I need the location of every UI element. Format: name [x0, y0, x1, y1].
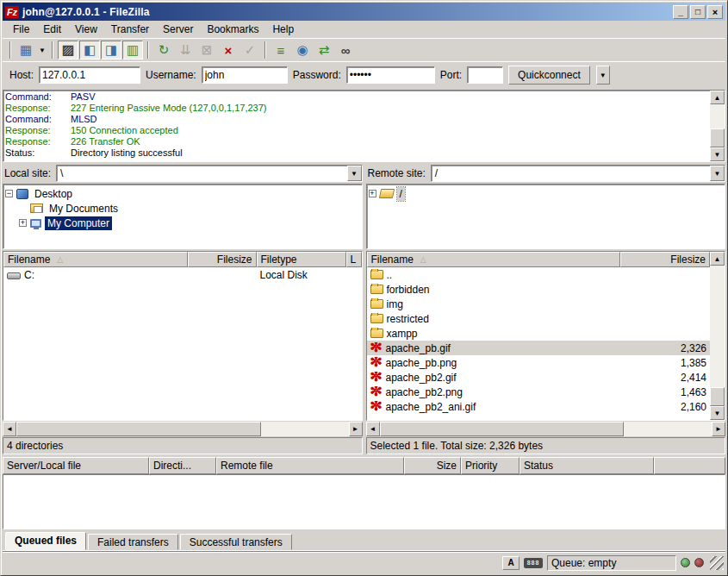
scrollbar-thumb[interactable]	[710, 128, 725, 147]
quickconnect-dropdown-icon[interactable]: ▼	[596, 66, 610, 85]
scroll-right-icon[interactable]: ►	[349, 422, 363, 436]
remote-row-file[interactable]: ✼apache_pb2_ani.gif 2,160	[367, 399, 711, 414]
local-row-c-drive[interactable]: C: Local Disk	[3, 267, 362, 282]
scrollbar-thumb[interactable]	[380, 422, 625, 436]
column-header-size[interactable]: Size	[404, 457, 461, 474]
remote-row-file[interactable]: ✼apache_pb2.png 1,463	[367, 385, 711, 399]
scroll-left-icon[interactable]: ◄	[366, 422, 380, 436]
menu-file[interactable]: File	[6, 22, 36, 37]
host-input[interactable]	[39, 66, 140, 84]
remote-hscrollbar[interactable]: ◄ ►	[366, 422, 726, 436]
compare-icon[interactable]: ◉	[292, 41, 313, 59]
menu-view[interactable]: View	[68, 22, 104, 37]
host-label: Host:	[9, 69, 34, 81]
column-header-filename[interactable]: Filename △	[367, 252, 621, 267]
remote-row-folder[interactable]: restricted	[367, 311, 711, 326]
password-input[interactable]	[346, 66, 435, 84]
menu-bookmarks[interactable]: Bookmarks	[200, 22, 265, 37]
scroll-up-icon[interactable]: ▲	[710, 91, 725, 104]
reconnect-icon[interactable]: ✓	[240, 41, 260, 59]
scroll-right-icon[interactable]: ►	[712, 422, 725, 436]
remote-row-folder[interactable]: ..	[367, 267, 711, 282]
chevron-down-icon[interactable]: ▼	[710, 166, 725, 181]
port-input[interactable]	[467, 66, 503, 84]
resize-grip[interactable]	[710, 556, 724, 570]
toggle-queue-icon[interactable]: ▥	[122, 41, 143, 59]
column-header-priority[interactable]: Priority	[461, 457, 520, 474]
cancel-icon[interactable]: ⊠	[196, 41, 217, 59]
scroll-down-icon[interactable]: ▼	[710, 147, 725, 161]
refresh-icon[interactable]: ↻	[153, 41, 174, 59]
quickconnect-button[interactable]: Quickconnect	[508, 66, 590, 85]
menu-transfer[interactable]: Transfer	[104, 22, 156, 37]
column-header-server-local-file[interactable]: Server/Local file	[3, 457, 149, 474]
column-header-status[interactable]: Status	[520, 457, 654, 474]
local-hscrollbar[interactable]: ◄ ►	[3, 422, 363, 436]
scrollbar-thumb[interactable]	[710, 387, 725, 406]
tab-failed-transfers[interactable]: Failed transfers	[88, 534, 178, 550]
menu-help[interactable]: Help	[265, 22, 301, 37]
column-header-filesize[interactable]: Filesize	[188, 252, 257, 267]
chevron-down-icon[interactable]: ▼	[347, 166, 362, 181]
filter-icon[interactable]: ≡	[271, 41, 291, 59]
site-manager-icon[interactable]: ▦	[16, 41, 36, 59]
remote-row-file-selected[interactable]: ✼apache_pb.gif 2,326	[367, 341, 711, 355]
column-header-filetype[interactable]: Filetype	[257, 252, 346, 267]
sort-asc-icon: △	[57, 255, 63, 264]
tab-queued-files[interactable]: Queued files	[5, 532, 86, 550]
username-input[interactable]	[202, 66, 288, 84]
folder-icon	[370, 314, 383, 323]
remote-row-file[interactable]: ✼apache_pb.png 1,385	[367, 355, 711, 370]
expand-icon[interactable]: +	[369, 190, 376, 197]
disconnect-icon[interactable]: ×	[218, 41, 239, 59]
log-line: Command:PASV	[5, 91, 708, 103]
remote-file-list: Filename △ Filesize ..	[366, 251, 726, 421]
remote-row-folder[interactable]: xampp	[367, 326, 711, 341]
close-button[interactable]: ×	[707, 5, 723, 19]
expand-icon[interactable]: +	[19, 219, 27, 227]
sync-browse-icon[interactable]: ⇄	[314, 41, 334, 59]
menu-edit[interactable]: Edit	[36, 22, 68, 37]
maximize-button[interactable]: □	[690, 5, 706, 19]
scroll-up-icon[interactable]: ▲	[710, 252, 725, 266]
folder-icon	[370, 270, 383, 279]
site-manager-dropdown-icon[interactable]: ▼	[37, 41, 47, 59]
toggle-remote-tree-icon[interactable]: ◨	[101, 41, 121, 59]
column-header-remote-file[interactable]: Remote file	[216, 457, 404, 474]
find-files-icon[interactable]: ∞	[335, 41, 356, 59]
remote-row-folder[interactable]: img	[367, 297, 711, 311]
toggle-local-tree-icon[interactable]: ◧	[79, 41, 100, 59]
log-scrollbar[interactable]: ▲ ▼	[710, 91, 725, 161]
column-header-filesize[interactable]: Filesize	[620, 252, 710, 267]
scroll-down-icon[interactable]: ▼	[710, 406, 725, 420]
remote-list-scrollbar[interactable]: ▲ ▼	[710, 252, 725, 420]
local-site-value: \	[57, 167, 346, 179]
column-header-last-modified[interactable]: L	[346, 252, 362, 267]
tree-item-root[interactable]: + /	[369, 186, 725, 201]
process-queue-icon[interactable]: ⇊	[175, 41, 196, 59]
remote-row-file[interactable]: ✼apache_pb2.gif 2,414	[367, 370, 711, 385]
column-header-filename[interactable]: Filename △	[3, 252, 188, 267]
tree-item-my-computer[interactable]: + My Computer	[5, 216, 362, 230]
minimize-button[interactable]: _	[673, 5, 688, 19]
remote-site-row: Remote site: / ▼	[366, 164, 726, 183]
tab-successful-transfers[interactable]: Successful transfers	[180, 534, 292, 550]
remote-site-combo[interactable]: / ▼	[431, 165, 725, 182]
tree-item-desktop[interactable]: − Desktop	[5, 186, 362, 201]
toolbar-separator	[147, 41, 149, 59]
remote-row-folder[interactable]: forbidden	[367, 282, 711, 297]
local-site-combo[interactable]: \ ▼	[56, 165, 362, 182]
scroll-left-icon[interactable]: ◄	[3, 422, 16, 436]
log-lines: Command:PASV Response:227 Entering Passi…	[3, 91, 710, 161]
scrollbar-thumb[interactable]	[16, 422, 261, 436]
local-site-row: Local site: \ ▼	[3, 164, 363, 183]
tree-item-my-documents[interactable]: My Documents	[5, 201, 362, 216]
collapse-icon[interactable]: −	[5, 190, 13, 197]
toggle-log-icon[interactable]: ▨	[58, 41, 78, 59]
log-line: Response:150 Connection accepted	[5, 125, 708, 136]
window-title: john@127.0.0.1 - FileZilla	[22, 6, 673, 18]
filezilla-window: Fz john@127.0.0.1 - FileZilla _ □ × File…	[0, 0, 728, 576]
menu-server[interactable]: Server	[156, 22, 200, 37]
column-header-direction[interactable]: Directi...	[149, 457, 216, 474]
my-documents-icon	[30, 203, 43, 213]
